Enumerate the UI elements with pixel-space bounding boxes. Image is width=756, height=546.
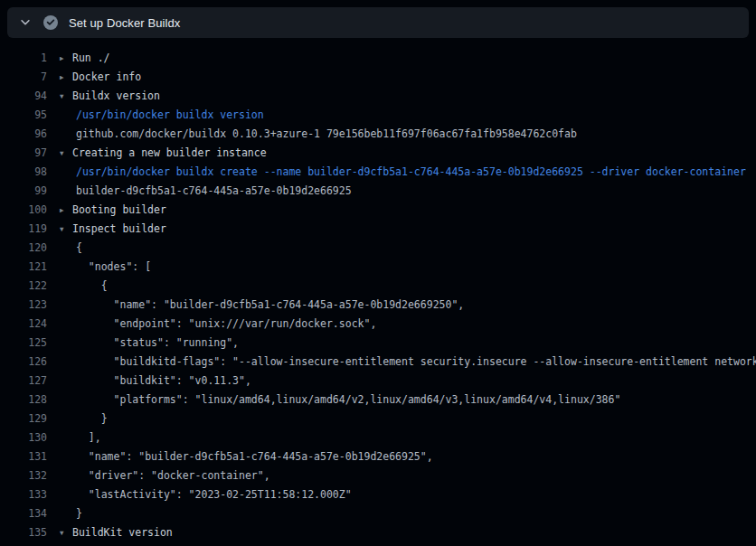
log-line: 131 "name": "builder-d9cfb5a1-c764-445a-… bbox=[0, 447, 756, 466]
line-number[interactable]: 94 bbox=[0, 87, 47, 106]
log-line[interactable]: 119 ▼ Inspect builder bbox=[0, 220, 756, 239]
log-text: "endpoint": "unix:///var/run/docker.sock… bbox=[72, 315, 376, 334]
log-line[interactable]: 97 ▼ Creating a new builder instance bbox=[0, 144, 756, 163]
line-number[interactable]: 129 bbox=[0, 410, 47, 428]
group-arrow-icon bbox=[60, 447, 72, 466]
log-text: ], bbox=[72, 428, 101, 447]
group-arrow-icon bbox=[60, 125, 72, 144]
line-number[interactable]: 124 bbox=[0, 315, 47, 334]
log-text[interactable]: BuildKit version bbox=[72, 523, 173, 542]
log-text: "buildkit": "v0.11.3", bbox=[72, 372, 251, 391]
log-text[interactable]: Docker info bbox=[72, 68, 141, 87]
log-text[interactable]: Booting builder bbox=[72, 201, 166, 220]
log-line: 124 "endpoint": "unix:///var/run/docker.… bbox=[0, 315, 756, 334]
log-line[interactable]: 135 ▼ BuildKit version bbox=[0, 523, 756, 542]
log-text: github.com/docker/buildx 0.10.3+azure-1 … bbox=[72, 125, 577, 144]
log-text: } bbox=[72, 410, 108, 428]
line-number[interactable]: 134 bbox=[0, 504, 47, 523]
line-number[interactable]: 136 bbox=[0, 542, 47, 546]
group-arrow-icon bbox=[60, 372, 72, 391]
line-number[interactable]: 126 bbox=[0, 353, 47, 372]
log-text[interactable]: Buildx version bbox=[72, 87, 160, 106]
log-line: 128 "platforms": "linux/amd64,linux/amd6… bbox=[0, 391, 756, 410]
log-text: "status": "running", bbox=[72, 334, 239, 353]
line-number[interactable]: 132 bbox=[0, 466, 47, 485]
group-arrow-icon bbox=[60, 466, 72, 485]
log-line: 133 "lastActivity": "2023-02-25T11:58:12… bbox=[0, 485, 756, 504]
log-text[interactable]: Inspect builder bbox=[72, 220, 166, 239]
line-number[interactable]: 7 bbox=[0, 68, 47, 87]
line-number[interactable]: 98 bbox=[0, 163, 47, 182]
chevron-down-icon[interactable] bbox=[18, 15, 33, 30]
log-text: } bbox=[72, 504, 82, 523]
group-arrow-icon bbox=[60, 296, 72, 315]
log-text: builder-d9cfb5a1-c764-445a-a57e-0b19d2e6… bbox=[72, 182, 352, 201]
group-arrow-icon bbox=[60, 391, 72, 410]
line-number[interactable]: 120 bbox=[0, 239, 47, 258]
line-number[interactable]: 1 bbox=[0, 49, 47, 68]
group-arrow-icon: ▶ bbox=[60, 201, 72, 220]
status-check-circle-icon bbox=[43, 15, 58, 30]
line-number[interactable]: 130 bbox=[0, 428, 47, 447]
group-arrow-icon bbox=[60, 315, 72, 334]
line-number[interactable]: 97 bbox=[0, 144, 47, 163]
line-number[interactable]: 123 bbox=[0, 296, 47, 315]
log-text[interactable]: Creating a new builder instance bbox=[72, 144, 267, 163]
log-line: 96 github.com/docker/buildx 0.10.3+azure… bbox=[0, 125, 756, 144]
group-arrow-icon: ▶ bbox=[60, 68, 72, 87]
log-line: 127 "buildkit": "v0.11.3", bbox=[0, 372, 756, 391]
log-line: 121 "nodes": [ bbox=[0, 258, 756, 277]
log-line[interactable]: 1 ▶ Run ./ bbox=[0, 49, 756, 68]
group-arrow-icon bbox=[60, 485, 72, 504]
log-line: 98 /usr/bin/docker buildx create --name … bbox=[0, 163, 756, 182]
log-text: { bbox=[72, 277, 108, 296]
log-text: "driver": "docker-container", bbox=[72, 466, 270, 485]
group-arrow-icon bbox=[60, 258, 72, 277]
log-text: "name": "builder-d9cfb5a1-c764-445a-a57e… bbox=[72, 296, 464, 315]
group-arrow-icon bbox=[60, 410, 72, 428]
step-header[interactable]: Set up Docker Buildx bbox=[7, 7, 749, 38]
group-arrow-icon bbox=[60, 239, 72, 258]
line-number[interactable]: 125 bbox=[0, 334, 47, 353]
log-line[interactable]: 94 ▼ Buildx version bbox=[0, 87, 756, 106]
log-text: builder-d9cfb5a1-c764-445a-a57e-0b19d2e6… bbox=[72, 542, 414, 546]
log-line: 120 { bbox=[0, 239, 756, 258]
log-line[interactable]: 7 ▶ Docker info bbox=[0, 68, 756, 87]
log-line: 126 "buildkitd-flags": "--allow-insecure… bbox=[0, 353, 756, 372]
log-text[interactable]: Run ./ bbox=[72, 49, 110, 68]
group-arrow-icon bbox=[60, 163, 72, 182]
group-arrow-icon bbox=[60, 334, 72, 353]
line-number[interactable]: 127 bbox=[0, 372, 47, 391]
log-text: /usr/bin/docker buildx create --name bui… bbox=[72, 163, 746, 182]
log-text: "name": "builder-d9cfb5a1-c764-445a-a57e… bbox=[72, 447, 433, 466]
line-number[interactable]: 128 bbox=[0, 391, 47, 410]
log-text: "lastActivity": "2023-02-25T11:58:12.000… bbox=[72, 485, 352, 504]
line-number[interactable]: 121 bbox=[0, 258, 47, 277]
line-number[interactable]: 133 bbox=[0, 485, 47, 504]
group-arrow-icon: ▼ bbox=[60, 523, 72, 542]
log-text: "platforms": "linux/amd64,linux/amd64/v2… bbox=[72, 391, 620, 410]
group-arrow-icon bbox=[60, 182, 72, 201]
actions-log-viewer: Set up Docker Buildx 1 ▶ Run ./ 7 ▶ Dock… bbox=[0, 0, 756, 546]
group-arrow-icon bbox=[60, 353, 72, 372]
group-arrow-icon bbox=[60, 277, 72, 296]
log-text: "nodes": [ bbox=[72, 258, 151, 277]
group-arrow-icon bbox=[60, 504, 72, 523]
log-line: 132 "driver": "docker-container", bbox=[0, 466, 756, 485]
line-number[interactable]: 96 bbox=[0, 125, 47, 144]
line-number[interactable]: 100 bbox=[0, 201, 47, 220]
group-arrow-icon: ▼ bbox=[60, 87, 72, 106]
line-number[interactable]: 122 bbox=[0, 277, 47, 296]
group-arrow-icon bbox=[60, 542, 72, 546]
log-text: "buildkitd-flags": "--allow-insecure-ent… bbox=[72, 353, 756, 372]
line-number[interactable]: 119 bbox=[0, 220, 47, 239]
log-line: 125 "status": "running", bbox=[0, 334, 756, 353]
log-container: 1 ▶ Run ./ 7 ▶ Docker info 94 ▼ Buildx v… bbox=[0, 38, 756, 546]
line-number[interactable]: 95 bbox=[0, 106, 47, 125]
log-line[interactable]: 100 ▶ Booting builder bbox=[0, 201, 756, 220]
log-line: 136 builder-d9cfb5a1-c764-445a-a57e-0b19… bbox=[0, 542, 756, 546]
line-number[interactable]: 135 bbox=[0, 523, 47, 542]
line-number[interactable]: 131 bbox=[0, 447, 47, 466]
log-line: 130 ], bbox=[0, 428, 756, 447]
line-number[interactable]: 99 bbox=[0, 182, 47, 201]
